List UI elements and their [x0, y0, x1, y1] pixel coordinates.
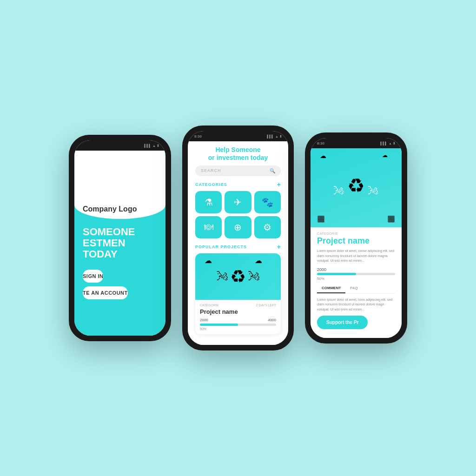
wifi-icon: ▲ — [152, 144, 156, 147]
search-placeholder: SEARCH — [201, 168, 221, 173]
company-logo: Company Logo — [83, 205, 137, 213]
notch-2 — [222, 131, 254, 141]
hero-text: SOMEONE ESTMEN TODAY — [83, 226, 157, 260]
solar-3-right-icon: ▦ — [387, 213, 395, 224]
categories-add-button[interactable]: + — [277, 181, 281, 188]
phone-3: 8:30 ▌▌▌ ▲ ▮ ☁ ☁ 🌬 ♻ 🌬 ▦ ▦ — [305, 132, 407, 344]
progress-fill — [200, 324, 238, 326]
status-time-3: 8:30 — [317, 141, 324, 145]
science-icon: ⚗ — [205, 197, 213, 208]
phone-2: 8:30 ▌▌▌ ▲ ▮ Help Someone or investmen t… — [182, 126, 294, 350]
phone-1: ▌▌▌ ▲ ▮ Company Logo SOMEONE ESTMEN TODA… — [69, 135, 171, 341]
splash-content: SOMEONE ESTMEN TODAY SIGN IN TE AN ACCOU… — [74, 219, 165, 311]
categories-section-header: CATEGORIES + — [188, 181, 288, 191]
phones-container: ▌▌▌ ▲ ▮ Company Logo SOMEONE ESTMEN TODA… — [69, 126, 407, 350]
detail-lorem-text: Lorem ipsum dolor sit amet, conse adipis… — [317, 249, 395, 264]
search-bar[interactable]: SEARCH 🔍 — [195, 165, 281, 176]
title-line1: Help Someone — [195, 146, 281, 154]
phone-2-inner: 8:30 ▌▌▌ ▲ ▮ Help Someone or investmen t… — [188, 131, 288, 345]
category-food[interactable]: 🍽 — [195, 216, 222, 238]
wifi-icon-3: ▲ — [389, 142, 392, 145]
categories-label: CATEGORIES — [195, 182, 227, 187]
category-travel[interactable]: ✈ — [225, 191, 251, 213]
home-title: Help Someone or investmen today — [195, 146, 281, 162]
plane-icon: ✈ — [234, 197, 242, 208]
category-health[interactable]: ⊕ — [225, 216, 251, 238]
cloud-3-right-icon: ☁ — [382, 152, 388, 159]
solar-3-left-icon: ▦ — [317, 213, 325, 224]
amount-raised: 2000 — [200, 318, 208, 322]
detail-image: ☁ ☁ 🌬 ♻ 🌬 ▦ ▦ — [311, 148, 402, 227]
windmill-right-icon: 🌬 — [248, 269, 260, 284]
detail-screen: ☁ ☁ 🌬 ♻ 🌬 ▦ ▦ CATEGORIE Project name Lor… — [311, 148, 402, 338]
detail-progress-fill — [317, 273, 356, 275]
food-icon: 🍽 — [204, 222, 213, 232]
status-icons: ▌▌▌ ▲ ▮ — [144, 144, 159, 147]
signal-icon-3: ▌▌▌ — [380, 142, 387, 145]
project-card[interactable]: ☁ ☁ 🌬 ♻ 🌬 CATEGORIE 2 DAYS LEFT — [195, 253, 281, 334]
battery-icon-2: ▮ — [280, 134, 282, 138]
globe-3-icon: ♻ — [347, 174, 365, 197]
search-icon: 🔍 — [270, 168, 275, 173]
globe-recycle-icon: ♻ — [230, 266, 246, 287]
tabs-row: COMMENT FAQ — [317, 284, 395, 294]
windmill-3-left-icon: 🌬 — [333, 184, 344, 197]
battery-icon-3: ▮ — [393, 141, 395, 145]
cloud-3-left-icon: ☁ — [320, 152, 326, 159]
title-line2: or investmen today — [195, 154, 281, 162]
notch-3 — [340, 138, 372, 148]
cloud-right-icon: ☁ — [255, 256, 262, 265]
project-name: Project name — [200, 308, 276, 315]
windmill-left-icon: 🌬 — [216, 269, 228, 284]
amount-goal: 4000 — [268, 318, 276, 322]
category-tech[interactable]: ⚙ — [254, 216, 281, 238]
gear-icon: ⚙ — [263, 222, 271, 233]
hero-line1: SOMEONE — [83, 226, 157, 238]
detail-project-title: Project name — [317, 236, 395, 246]
tab-content-text: Lorem ipsum dolor sit amet, cons adipisc… — [317, 298, 395, 312]
popular-add-button[interactable]: + — [277, 243, 281, 251]
phone-2-status-bar: 8:30 ▌▌▌ ▲ ▮ — [188, 131, 288, 141]
category-animals[interactable]: 🐾 — [254, 191, 281, 213]
categories-grid: ⚗ ✈ 🐾 🍽 ⊕ ⚙ — [188, 191, 288, 243]
progress-bar — [200, 324, 276, 326]
support-button[interactable]: Support the Pr — [317, 316, 368, 329]
progress-pct: 50% — [200, 327, 276, 331]
home-header: Help Someone or investmen today — [188, 141, 288, 165]
project-image: ☁ ☁ 🌬 ♻ 🌬 — [195, 253, 281, 300]
battery-icon: ▮ — [157, 144, 159, 147]
eco-scene-3: 🌬 ♻ 🌬 — [311, 174, 402, 202]
create-account-button[interactable]: TE AN ACCOUNT — [83, 286, 128, 299]
paw-icon: 🐾 — [262, 197, 273, 208]
home-screen: Help Someone or investmen today SEARCH 🔍… — [188, 141, 288, 345]
project-info: CATEGORIE 2 DAYS LEFT Project name 2000 … — [195, 300, 281, 334]
signal-icon: ▌▌▌ — [144, 144, 151, 147]
phone-3-status-bar: 8:30 ▌▌▌ ▲ ▮ — [311, 138, 402, 148]
detail-progress-bar — [317, 273, 395, 275]
splash-screen: Company Logo SOMEONE ESTMEN TODAY SIGN I… — [74, 151, 165, 336]
project-days-left: 2 DAYS LEFT — [256, 304, 276, 307]
detail-categorie-label: CATEGORIE — [317, 232, 395, 235]
status-icons-3: ▌▌▌ ▲ ▮ — [380, 141, 395, 145]
signal-icon-2: ▌▌▌ — [267, 135, 274, 138]
phone-1-status-bar: ▌▌▌ ▲ ▮ — [74, 140, 165, 151]
phone-1-inner: ▌▌▌ ▲ ▮ Company Logo SOMEONE ESTMEN TODA… — [74, 140, 165, 336]
detail-amount: 2000 — [317, 267, 395, 272]
project-amounts: 2000 4000 — [200, 318, 276, 322]
phone-3-inner: 8:30 ▌▌▌ ▲ ▮ ☁ ☁ 🌬 ♻ 🌬 ▦ ▦ — [311, 138, 402, 338]
splash-top: Company Logo — [74, 151, 165, 219]
popular-label: POPULAR PROJECTS — [195, 245, 247, 249]
popular-section-header: POPULAR PROJECTS + — [188, 243, 288, 253]
tab-comment[interactable]: COMMENT — [317, 284, 345, 293]
status-time-2: 8:30 — [194, 134, 202, 139]
project-meta: CATEGORIE 2 DAYS LEFT — [200, 304, 276, 307]
sign-in-button[interactable]: SIGN IN — [83, 270, 103, 283]
project-categorie: CATEGORIE — [200, 304, 219, 307]
detail-progress-row: 2000 50% — [317, 267, 395, 281]
windmill-3-right-icon: 🌬 — [368, 184, 379, 197]
status-icons-2: ▌▌▌ ▲ ▮ — [267, 134, 282, 138]
tab-faq[interactable]: FAQ — [345, 284, 362, 293]
category-science[interactable]: ⚗ — [195, 191, 222, 213]
wifi-icon-2: ▲ — [275, 135, 278, 138]
detail-pct-label: 50% — [317, 277, 395, 281]
